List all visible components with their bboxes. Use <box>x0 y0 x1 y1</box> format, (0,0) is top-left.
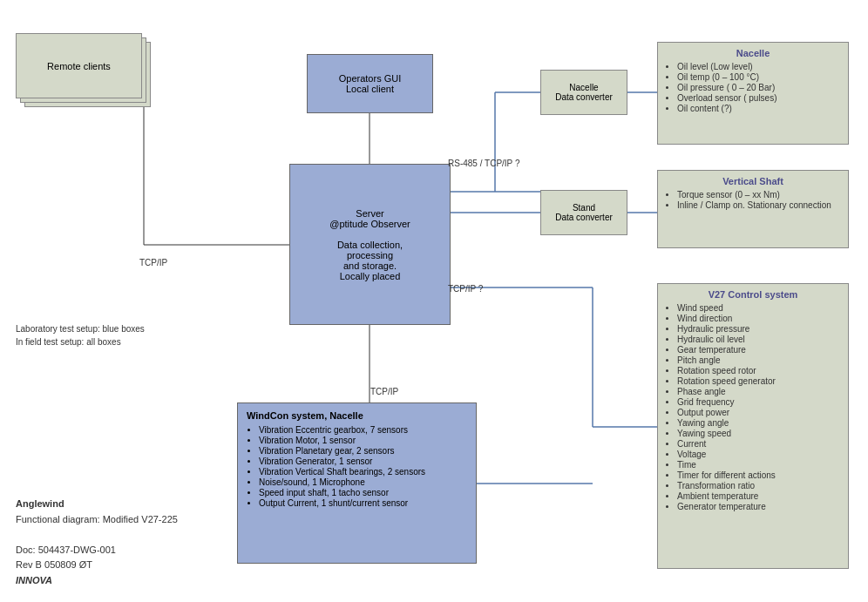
list-item: Oil content (?) <box>677 104 841 113</box>
diagram-container: Remote clients Operators GUI Local clien… <box>0 0 868 602</box>
operators-gui-box: Operators GUI Local client <box>307 54 433 113</box>
stand-converter-content: Stand Data converter <box>555 203 613 222</box>
list-item: Overload sensor ( pulses) <box>677 93 841 103</box>
footer-rev: Rev B 050809 ØT <box>16 558 178 573</box>
footer-diagram-label: Functional diagram: Modified V27-225 <box>16 512 178 528</box>
stand-converter-line1: Stand <box>555 203 613 213</box>
footer-brand: INNOVA <box>16 573 178 589</box>
list-item: Current <box>677 439 841 449</box>
vertical-shaft-box: Vertical Shaft Torque sensor (0 – xx Nm)… <box>657 170 849 248</box>
lab-text-line1: Laboratory test setup: blue boxes <box>16 322 145 335</box>
list-item: Vibration Eccentric gearbox, 7 sensors <box>259 425 467 435</box>
list-item: Vibration Planetary gear, 2 sensors <box>259 446 467 456</box>
list-item: Output power <box>677 408 841 417</box>
list-item: Transformation ratio <box>677 481 841 490</box>
list-item: Vibration Vertical Shaft bearings, 2 sen… <box>259 467 467 477</box>
label-tcpip-bottom: TCP/IP <box>370 387 398 396</box>
list-item: Gear temperature <box>677 345 841 355</box>
list-item: Output Current, 1 shunt/current sensor <box>259 498 467 508</box>
remote-clients-label: Remote clients <box>47 61 111 71</box>
v27-list: Wind speed Wind direction Hydraulic pres… <box>665 303 841 511</box>
nacelle-info-title: Nacelle <box>665 48 841 58</box>
list-item: Noise/sound, 1 Microphone <box>259 477 467 487</box>
list-item: Yawing angle <box>677 418 841 428</box>
list-item: Oil level (Low level) <box>677 62 841 71</box>
list-item: Speed input shaft, 1 tacho sensor <box>259 488 467 497</box>
windcon-list: Vibration Eccentric gearbox, 7 sensors V… <box>247 425 467 508</box>
server-box: Server @ptitude Observer Data collection… <box>289 164 451 325</box>
list-item: Vibration Generator, 1 sensor <box>259 457 467 466</box>
label-rs485: RS-485 / TCP/IP ? <box>448 159 519 168</box>
nacelle-converter-line2: Data converter <box>555 92 613 102</box>
list-item: Hydraulic oil level <box>677 335 841 344</box>
list-item: Generator temperature <box>677 502 841 511</box>
server-line3: Data collection, <box>329 240 410 250</box>
label-tcpip-right: TCP/IP ? <box>448 284 483 294</box>
footer-text: Anglewind Functional diagram: Modified V… <box>16 497 178 589</box>
server-line1: Server <box>329 208 410 219</box>
stand-converter-line2: Data converter <box>555 213 613 222</box>
footer-doc: Doc: 504437-DWG-001 <box>16 543 178 558</box>
list-item: Voltage <box>677 450 841 459</box>
nacelle-info-box: Nacelle Oil level (Low level) Oil temp (… <box>657 42 849 145</box>
windcon-title: WindCon system, Nacelle <box>247 410 467 421</box>
list-item: Time <box>677 460 841 470</box>
list-item: Pitch angle <box>677 355 841 365</box>
list-item: Oil pressure ( 0 – 20 Bar) <box>677 83 841 92</box>
stand-converter-box: Stand Data converter <box>540 190 627 235</box>
nacelle-converter-content: Nacelle Data converter <box>555 83 613 102</box>
list-item: Yawing speed <box>677 429 841 438</box>
nacelle-converter-line1: Nacelle <box>555 83 613 92</box>
list-item: Rotation speed generator <box>677 376 841 386</box>
list-item: Torque sensor (0 – xx Nm) <box>677 190 841 200</box>
lab-text-line2: In field test setup: all boxes <box>16 335 145 348</box>
footer-company: Anglewind <box>16 497 178 512</box>
list-item: Hydraulic pressure <box>677 324 841 334</box>
lab-text: Laboratory test setup: blue boxes In fie… <box>16 322 145 348</box>
list-item: Grid frequency <box>677 397 841 407</box>
list-item: Wind speed <box>677 303 841 313</box>
list-item: Vibration Motor, 1 sensor <box>259 436 467 445</box>
server-line4: processing <box>329 250 410 260</box>
list-item: Ambient temperature <box>677 491 841 501</box>
vertical-shaft-list: Torque sensor (0 – xx Nm) Inline / Clamp… <box>665 190 841 210</box>
server-line2: @ptitude Observer <box>329 219 410 229</box>
operators-gui-line1: Operators GUI <box>339 73 402 84</box>
operators-gui-line2: Local client <box>339 84 402 94</box>
list-item: Oil temp (0 – 100 °C) <box>677 72 841 82</box>
server-line5: and storage. <box>329 260 410 271</box>
nacelle-converter-box: Nacelle Data converter <box>540 70 627 115</box>
v27-box: V27 Control system Wind speed Wind direc… <box>657 283 849 569</box>
server-line6: Locally placed <box>329 271 410 281</box>
vertical-shaft-title: Vertical Shaft <box>665 176 841 186</box>
server-content: Server @ptitude Observer Data collection… <box>329 208 410 281</box>
operators-gui-content: Operators GUI Local client <box>339 73 402 94</box>
v27-title: V27 Control system <box>665 289 841 300</box>
list-item: Rotation speed rotor <box>677 366 841 375</box>
list-item: Timer for different actions <box>677 470 841 480</box>
list-item: Inline / Clamp on. Stationary connection <box>677 200 841 210</box>
remote-clients-front: Remote clients <box>16 33 142 98</box>
windcon-box: WindCon system, Nacelle Vibration Eccent… <box>237 402 477 564</box>
list-item: Wind direction <box>677 314 841 323</box>
nacelle-info-list: Oil level (Low level) Oil temp (0 – 100 … <box>665 62 841 113</box>
label-tcpip-left: TCP/IP <box>139 258 167 267</box>
list-item: Phase angle <box>677 387 841 396</box>
